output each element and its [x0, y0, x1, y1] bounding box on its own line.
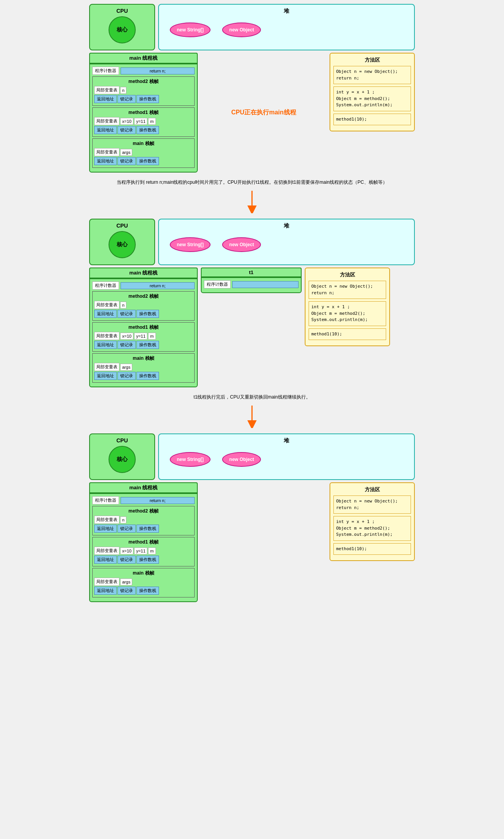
method2-locals-1: 局部变量表 n [94, 86, 193, 94]
pc-row-2: 程序计数器 return n; [92, 281, 195, 290]
m1-ops-1: 操作数栈 [136, 126, 159, 134]
main-ret-3: 返回地址 [94, 587, 117, 595]
m1-ret-3: 返回地址 [94, 556, 117, 564]
code-block-2-2: int y = x + 1 ;Object m = method2();Syst… [309, 301, 386, 326]
heap-title-1: 堆 [162, 8, 411, 15]
arrow-svg-1 [244, 190, 260, 213]
m1-ops-3: 操作数栈 [136, 556, 159, 564]
heap-obj-object-1: new Object [222, 22, 261, 37]
method2-title-1: method2 栈帧 [94, 78, 193, 85]
method2-ops-1: 操作数栈 [136, 95, 159, 103]
m1-ret-1: 返回地址 [94, 126, 117, 134]
method1-frame-2: method1 栈帧 局部变量表 x=10 y=11 m 返回地址 锁记录 操作… [92, 322, 195, 352]
main-locals-3: 局部变量表 args [94, 578, 193, 586]
m1-locals-lbl-2: 局部变量表 [94, 332, 119, 340]
heap-box-2: 堆 new String[] new Object [158, 219, 415, 265]
diagram-section-2: CPU 核心 堆 new String[] new Object main 线程… [85, 215, 419, 391]
main-frame-title-1: main 栈帧 [94, 140, 193, 147]
method1-title-2: method1 栈帧 [94, 324, 193, 331]
cpu-box-1: CPU 核心 [89, 4, 155, 50]
heap-objects-3: new String[] new Object [162, 448, 411, 471]
method2-locals-3: 局部变量表 n [94, 516, 193, 524]
m2-ret-3: 返回地址 [94, 525, 117, 533]
main-ops-3: 操作数栈 [136, 587, 159, 595]
m1-locals-lbl-1: 局部变量表 [94, 117, 119, 125]
pc-row-3: 程序计数器 return n; [92, 496, 195, 504]
main-locals-2: 局部变量表 args [94, 363, 193, 371]
cpu-box-3: CPU 核心 [89, 433, 155, 480]
method-area-2: 方法区 Object n = new Object();return n; in… [305, 268, 390, 387]
method1-bottom-2: 返回地址 锁记录 操作数栈 [94, 341, 193, 349]
m1-ops-2: 操作数栈 [136, 341, 159, 349]
main-thread-label-1: main 线程栈 [89, 53, 198, 64]
pc-value-2: return n; [121, 282, 195, 289]
main-bottom-2: 返回地址 锁记录 操作数栈 [94, 372, 193, 380]
main-args-2: args [120, 364, 132, 371]
t1-pc-label-2: 程序计数器 [204, 280, 231, 288]
heap-objects-1: new String[] new Object [162, 19, 411, 41]
pc-value-1: return n; [121, 67, 195, 74]
code-block-2-3: method1(10); [309, 328, 386, 340]
heap-obj-string-1: new String[] [170, 22, 211, 37]
m2-lock-2: 锁记录 [117, 310, 136, 318]
code-block-3-2: int y = x + 1 ;Object m = method2();Syst… [333, 516, 411, 541]
code-block-1-1: Object n = new Object();return n; [333, 66, 411, 84]
m1-x-1: x=10 [120, 118, 133, 125]
method2-locals-2: 局部变量表 n [94, 301, 193, 309]
main-stack-1: main 线程栈 程序计数器 return n; method2 栈帧 局部变量… [89, 53, 198, 173]
method-area-title-2: 方法区 [309, 271, 386, 278]
m1-lock-3: 锁记录 [117, 556, 136, 564]
main-thread-box-2: 程序计数器 return n; method2 栈帧 局部变量表 n 返回地址 … [89, 278, 198, 387]
m1-lock-1: 锁记录 [117, 126, 136, 134]
method1-bottom-1: 返回地址 锁记录 操作数栈 [94, 126, 193, 134]
main-frame-title-3: main 栈帧 [94, 570, 193, 577]
diagram-section-1: CPU 核心 堆 new String[] new Object main 线程… [85, 0, 419, 176]
main-stack-2: main 线程栈 程序计数器 return n; method2 栈帧 局部变量… [89, 268, 198, 387]
main-ret-2: 返回地址 [94, 372, 117, 380]
method2-frame-3: method2 栈帧 局部变量表 n 返回地址 锁记录 操作数栈 [92, 506, 195, 535]
code-block-1-2: int y = x + 1 ;Object m = method2();Syst… [333, 86, 411, 111]
heap-obj-string-2: new String[] [170, 237, 211, 252]
diagram-section-3: CPU 核心 堆 new String[] new Object main 线程… [85, 430, 419, 606]
center-area-1: CPU正在执行main线程 [201, 53, 326, 173]
m1-x-3: x=10 [120, 547, 133, 554]
code-block-2-1: Object n = new Object();return n; [309, 281, 386, 299]
t1-pc-value-2 [232, 281, 299, 288]
method2-bottom-2: 返回地址 锁记录 操作数栈 [94, 310, 193, 318]
main-locals-1: 局部变量表 args [94, 148, 193, 156]
m1-m-1: m [148, 118, 155, 125]
heap-obj-string-3: new String[] [170, 452, 211, 467]
method-area-title-3: 方法区 [333, 486, 411, 493]
desc-text-1: 当程序执行到 return n;main线程的cpu时间片用完了。CPU开始执行… [85, 176, 419, 188]
m2-var-n-2: n [120, 302, 126, 309]
cpu-core-1: 核心 [109, 16, 136, 43]
bottom-row-1: main 线程栈 程序计数器 return n; method2 栈帧 局部变量… [89, 53, 415, 173]
m2-ops-3: 操作数栈 [136, 525, 159, 533]
m1-y-3: y=11 [134, 547, 147, 554]
cpu-core-3: 核心 [109, 446, 136, 473]
cpu-title-3: CPU [116, 437, 128, 444]
heap-box-1: 堆 new String[] new Object [158, 4, 415, 50]
stacks-row-2: main 线程栈 程序计数器 return n; method2 栈帧 局部变量… [89, 268, 415, 387]
locals-label-1: 局部变量表 [94, 86, 119, 94]
m2-var-n-3: n [120, 516, 126, 523]
main-frame-2: main 栈帧 局部变量表 args 返回地址 锁记录 操作数栈 [92, 353, 195, 383]
pc-label-3: 程序计数器 [92, 496, 119, 504]
m1-y-2: y=11 [134, 333, 147, 340]
main-thread-box-3: 程序计数器 return n; method2 栈帧 局部变量表 n 返回地址 … [89, 493, 198, 602]
m2-lock-3: 锁记录 [117, 525, 136, 533]
method-area-box-1: 方法区 Object n = new Object();return n; in… [330, 53, 415, 131]
m1-m-2: m [148, 333, 155, 340]
main-ops-1: 操作数栈 [136, 157, 159, 165]
m2-ret-2: 返回地址 [94, 310, 117, 318]
top-row-2: CPU 核心 堆 new String[] new Object [89, 219, 415, 265]
main-frame-title-2: main 栈帧 [94, 355, 193, 362]
method-area-3: 方法区 Object n = new Object();return n; in… [330, 482, 415, 602]
pc-label-1: 程序计数器 [92, 67, 119, 75]
m2-locals-lbl-3: 局部变量表 [94, 516, 119, 524]
cpu-title-1: CPU [116, 8, 128, 14]
m1-x-2: x=10 [120, 333, 133, 340]
method2-title-3: method2 栈帧 [94, 508, 193, 514]
main-lock-2: 锁记录 [117, 372, 136, 380]
method2-frame-2: method2 栈帧 局部变量表 n 返回地址 锁记录 操作数栈 [92, 291, 195, 321]
